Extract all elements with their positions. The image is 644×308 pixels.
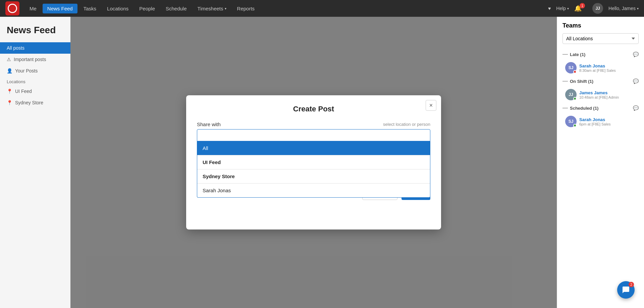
sidebar-item-label: Sydney Store xyxy=(15,100,43,105)
sidebar-item-all-posts[interactable]: All posts xyxy=(0,42,70,54)
team-member-sarah-late: SJ Sarah Jonas 8:30am at [F8E] Sales xyxy=(562,59,639,76)
person-icon: 👤 xyxy=(7,68,12,73)
team-group-scheduled-label: Scheduled (1) xyxy=(570,106,598,111)
avatar-sarah-late: SJ xyxy=(565,62,577,73)
chat-icon-onshift[interactable]: 💬 xyxy=(633,79,639,84)
page-title: News Feed xyxy=(0,25,70,42)
member-info-sarah-late: Sarah Jonas 8:30am at [F8E] Sales xyxy=(579,63,639,72)
notifications-button[interactable]: 🔔 1 xyxy=(574,5,587,12)
modal-title: Create Post xyxy=(197,105,430,113)
status-dot-red xyxy=(573,70,577,73)
dash-icon-scheduled: — xyxy=(562,105,568,111)
chat-icon-late[interactable]: 💬 xyxy=(633,52,639,57)
teams-location-select[interactable]: All Locations xyxy=(562,33,639,44)
member-info-james: James James 10:48am at [F8E] Admin xyxy=(579,90,639,99)
right-sidebar: Teams All Locations — Late (1) 💬 SJ Sara… xyxy=(557,17,644,308)
sidebar-item-sydney-store[interactable]: 📍 Sydney Store xyxy=(0,97,70,108)
main-layout: News Feed All posts ⚠ Important posts 👤 … xyxy=(0,17,644,308)
share-with-hint: select location or person xyxy=(383,122,430,127)
top-navigation: Me News Feed Tasks Locations People Sche… xyxy=(0,0,644,17)
dash-icon-onshift: — xyxy=(562,78,568,84)
member-name-sarah-late[interactable]: Sarah Jonas xyxy=(579,63,639,68)
dropdown-list: All UI Feed Sydney Store Sarah Jonas xyxy=(197,141,430,198)
modal-close-button[interactable]: × xyxy=(426,100,436,111)
member-shift-sarah-late: 8:30am at [F8E] Sales xyxy=(579,68,639,72)
sidebar-item-label: Important posts xyxy=(14,57,46,62)
dropdown-option-sydney-store[interactable]: Sydney Store xyxy=(197,169,430,183)
sidebar-item-your-posts[interactable]: 👤 Your Posts xyxy=(0,65,70,76)
sidebar-item-label: UI Feed xyxy=(15,89,32,94)
member-name-sarah-scheduled[interactable]: Sarah Jonas xyxy=(579,117,639,122)
status-dot-green-james xyxy=(573,97,577,100)
logo-icon xyxy=(8,4,17,13)
location-icon-sydney: 📍 xyxy=(7,100,12,105)
dropdown-option-all[interactable]: All xyxy=(197,141,430,155)
notification-badge: 1 xyxy=(580,3,585,8)
nav-item-newsfeed[interactable]: News Feed xyxy=(43,4,77,13)
sidebar-item-important-posts[interactable]: ⚠ Important posts xyxy=(0,54,70,65)
sidebar-item-ui-feed[interactable]: 📍 UI Feed xyxy=(0,86,70,97)
member-shift-sarah-scheduled: 6pm at [F8E] Sales xyxy=(579,122,639,126)
team-group-late-label: Late (1) xyxy=(570,52,585,57)
team-group-onshift-label: On Shift (1) xyxy=(570,79,593,84)
nav-item-people[interactable]: People xyxy=(135,4,160,13)
nav-item-reports[interactable]: Reports xyxy=(232,4,260,13)
left-sidebar: News Feed All posts ⚠ Important posts 👤 … xyxy=(0,17,70,308)
status-dot-green-sarah xyxy=(573,124,577,127)
share-with-row: Share with select location or person xyxy=(197,121,430,127)
member-shift-james: 10:48am at [F8E] Admin xyxy=(579,95,639,99)
team-member-sarah-scheduled: SJ Sarah Jonas 6pm at [F8E] Sales xyxy=(562,113,639,130)
nav-item-tasks[interactable]: Tasks xyxy=(79,4,101,13)
member-info-sarah-scheduled: Sarah Jonas 6pm at [F8E] Sales xyxy=(579,117,639,126)
nav-right: ♥ Help ▾ 🔔 1 JJ Hello, James ▾ xyxy=(548,3,639,14)
team-group-scheduled[interactable]: — Scheduled (1) 💬 xyxy=(562,103,639,113)
dropdown-option-sarah-jonas[interactable]: Sarah Jonas xyxy=(197,184,430,197)
member-name-james[interactable]: James James xyxy=(579,90,639,95)
dropdown-option-ui-feed[interactable]: UI Feed xyxy=(197,155,430,169)
chat-fab-icon xyxy=(622,286,630,294)
app-logo[interactable] xyxy=(5,1,19,15)
sidebar-item-label: All posts xyxy=(7,45,24,51)
help-button[interactable]: Help ▾ xyxy=(556,6,569,11)
create-post-modal: Create Post × Share with select location… xyxy=(186,95,441,229)
chat-icon-scheduled[interactable]: 💬 xyxy=(633,105,639,111)
teams-title: Teams xyxy=(562,22,639,29)
avatar-sarah-scheduled: SJ xyxy=(565,116,577,127)
dash-icon-late: — xyxy=(562,51,568,57)
user-avatar-nav[interactable]: JJ xyxy=(592,3,603,14)
team-group-onshift[interactable]: — On Shift (1) 💬 xyxy=(562,76,639,86)
warning-icon: ⚠ xyxy=(7,57,11,62)
chat-fab-badge: 2 xyxy=(629,282,634,287)
team-group-late[interactable]: — Late (1) 💬 xyxy=(562,49,639,59)
user-greeting[interactable]: Hello, James ▾ xyxy=(608,6,639,11)
sidebar-section-locations: Locations xyxy=(0,76,70,86)
team-member-james: JJ James James 10:48am at [F8E] Admin xyxy=(562,86,639,103)
sidebar-item-label: Your Posts xyxy=(15,68,38,73)
nav-item-me[interactable]: Me xyxy=(25,4,41,13)
content-area: Create Post × Share with select location… xyxy=(70,17,557,308)
favorites-button[interactable]: ♥ xyxy=(548,6,551,11)
nav-item-locations[interactable]: Locations xyxy=(102,4,133,13)
chat-fab-button[interactable]: 2 xyxy=(617,281,635,299)
nav-item-schedule[interactable]: Schedule xyxy=(161,4,192,13)
nav-item-timesheets[interactable]: Timesheets ▾ xyxy=(193,4,231,13)
avatar-james: JJ xyxy=(565,89,577,100)
share-with-label: Share with xyxy=(197,121,221,127)
location-icon-uifeed: 📍 xyxy=(7,89,12,94)
share-with-input[interactable] xyxy=(197,129,430,141)
share-with-dropdown[interactable]: All UI Feed Sydney Store Sarah Jonas xyxy=(197,129,430,141)
modal-overlay[interactable]: Create Post × Share with select location… xyxy=(70,17,557,308)
